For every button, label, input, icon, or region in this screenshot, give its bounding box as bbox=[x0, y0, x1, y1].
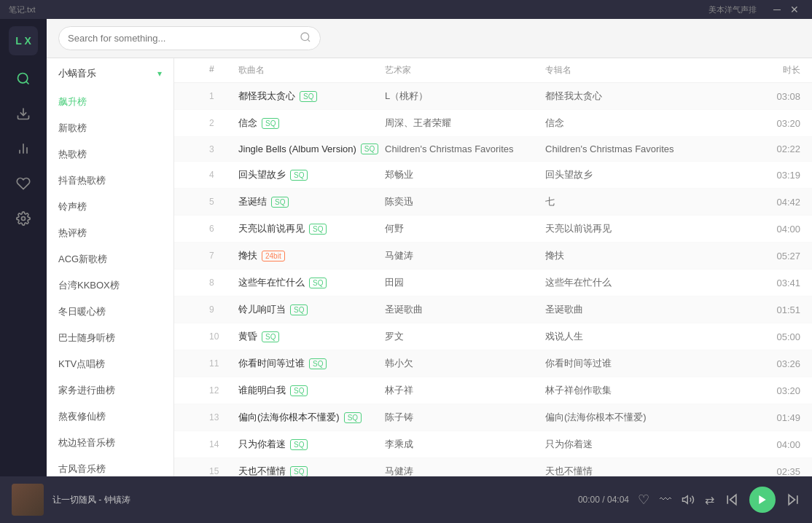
heart-button[interactable]: ♡ bbox=[638, 492, 649, 508]
table-row[interactable]: 3 Jingle Bells (Album Version) SQ Childr… bbox=[174, 137, 812, 162]
table-row[interactable]: 13 偏向(法海你根本不懂爱) SQ 陈子铸 偏向(法海你根本不懂爱) 01:4… bbox=[174, 404, 812, 431]
sidebar-item-rising[interactable]: 飙升榜 bbox=[47, 89, 173, 115]
col-header-checkbox bbox=[186, 64, 209, 76]
nav-chart-icon[interactable] bbox=[9, 134, 38, 163]
table-row[interactable]: 5 圣诞结 SQ 陈奕迅 七 04:42 bbox=[174, 189, 812, 216]
row-album: 只为你着迷 bbox=[545, 438, 749, 451]
play-button[interactable] bbox=[749, 487, 776, 513]
table-row[interactable]: 14 只为你着迷 SQ 李乘成 只为你着迷 04:00 bbox=[174, 431, 812, 458]
row-album: 都怪我太贪心 bbox=[545, 90, 749, 103]
sidebar-item-pillow[interactable]: 枕边轻音乐榜 bbox=[47, 430, 173, 456]
nav-heart-icon[interactable] bbox=[9, 169, 38, 198]
row-num: 11 bbox=[209, 358, 238, 369]
row-title: Jingle Bells (Album Version) SQ bbox=[238, 143, 385, 154]
table-row[interactable]: 2 信念 SQ 周深、王者荣耀 信念 03:20 bbox=[174, 110, 812, 137]
row-duration: 03:19 bbox=[749, 170, 800, 181]
sidebar-item-bus[interactable]: 巴士随身听榜 bbox=[47, 325, 173, 351]
table-row[interactable]: 9 铃儿响叮当 SQ 圣诞歌曲 圣诞歌曲 01:51 bbox=[174, 296, 812, 323]
row-album: 林子祥创作歌集 bbox=[545, 384, 749, 397]
row-title: 都怪我太贪心 SQ bbox=[238, 90, 385, 103]
row-num: 4 bbox=[209, 170, 238, 180]
row-num: 15 bbox=[209, 466, 238, 476]
nav-search-icon[interactable] bbox=[9, 64, 38, 93]
row-artist: 林子祥 bbox=[385, 384, 545, 397]
row-artist: 郑畅业 bbox=[385, 168, 545, 181]
title-bar-text: 笔记.txt bbox=[9, 4, 36, 15]
sidebar-item-ringtone[interactable]: 铃声榜 bbox=[47, 194, 173, 220]
row-title: 谁能明白我 SQ bbox=[238, 384, 385, 397]
sidebar-item-new[interactable]: 新歌榜 bbox=[47, 115, 173, 141]
sidebar-item-kkbox[interactable]: 台湾KKBOX榜 bbox=[47, 272, 173, 299]
search-box[interactable] bbox=[58, 26, 321, 50]
row-num: 1 bbox=[209, 91, 238, 101]
table-row[interactable]: 15 天也不懂情 SQ 马健涛 天也不懂情 02:35 bbox=[174, 458, 812, 476]
sidebar-item-hot[interactable]: 热歌榜 bbox=[47, 141, 173, 168]
row-duration: 03:20 bbox=[749, 385, 800, 396]
nav-settings-icon[interactable] bbox=[9, 204, 38, 233]
nav-section-arrow: ▾ bbox=[157, 68, 162, 79]
table-row[interactable]: 7 搀扶 24bit 马健涛 搀扶 05:27 bbox=[174, 243, 812, 270]
col-header-artist: 艺术家 bbox=[385, 64, 545, 76]
wave-button[interactable]: 〰 bbox=[660, 493, 671, 506]
prev-button[interactable] bbox=[725, 492, 739, 507]
table-row[interactable]: 4 回头望故乡 SQ 郑畅业 回头望故乡 03:19 bbox=[174, 162, 812, 189]
row-duration: 04:00 bbox=[749, 439, 800, 450]
sidebar-item-review[interactable]: 热评榜 bbox=[47, 220, 173, 246]
nav-download-icon[interactable] bbox=[9, 99, 38, 128]
search-icon[interactable] bbox=[300, 31, 311, 45]
sidebar-item-night[interactable]: 熬夜修仙榜 bbox=[47, 404, 173, 430]
row-duration: 01:49 bbox=[749, 412, 800, 423]
row-title: 回头望故乡 SQ bbox=[238, 168, 385, 181]
icon-sidebar: L X bbox=[0, 19, 47, 476]
volume-button[interactable] bbox=[682, 493, 695, 506]
row-artist: 周深、王者荣耀 bbox=[385, 117, 545, 130]
row-duration: 01:51 bbox=[749, 304, 800, 315]
table-row[interactable]: 12 谁能明白我 SQ 林子祥 林子祥创作歌集 03:20 bbox=[174, 377, 812, 404]
row-title: 搀扶 24bit bbox=[238, 249, 385, 262]
row-title: 信念 SQ bbox=[238, 117, 385, 130]
svg-point-6 bbox=[22, 217, 26, 221]
row-num: 2 bbox=[209, 118, 238, 128]
sidebar-item-acg[interactable]: ACG新歌榜 bbox=[47, 246, 173, 272]
next-button[interactable] bbox=[786, 492, 800, 507]
row-album: 七 bbox=[545, 195, 749, 208]
player-bar: 让一切随风 - 钟镇涛 00:00 / 04:04 ♡ 〰 ⇄ bbox=[0, 476, 812, 523]
nav-items-container: 飙升榜新歌榜热歌榜抖音热歌榜铃声榜热评榜ACG新歌榜台湾KKBOX榜冬日暖心榜巴… bbox=[47, 89, 173, 476]
table-row[interactable]: 11 你看时间等过谁 SQ 韩小欠 你看时间等过谁 03:26 bbox=[174, 350, 812, 377]
row-num: 12 bbox=[209, 385, 238, 396]
row-num: 7 bbox=[209, 251, 238, 261]
row-title: 这些年在忙什么 SQ bbox=[238, 276, 385, 289]
row-num: 13 bbox=[209, 412, 238, 422]
table-row[interactable]: 6 天亮以前说再见 SQ 何野 天亮以前说再见 04:00 bbox=[174, 216, 812, 243]
row-album: 圣诞歌曲 bbox=[545, 303, 749, 316]
row-title: 偏向(法海你根本不懂爱) SQ bbox=[238, 411, 385, 424]
table-row[interactable]: 1 都怪我太贪心 SQ L（桃籽） 都怪我太贪心 03:08 bbox=[174, 83, 812, 110]
col-header-album: 专辑名 bbox=[545, 64, 749, 76]
sidebar-item-ancient[interactable]: 古风音乐榜 bbox=[47, 456, 173, 476]
sidebar-item-housework[interactable]: 家务进行曲榜 bbox=[47, 377, 173, 404]
player-controls: ♡ 〰 ⇄ bbox=[638, 487, 800, 513]
sidebar-item-winter[interactable]: 冬日暖心榜 bbox=[47, 299, 173, 325]
table-row[interactable]: 8 这些年在忙什么 SQ 田园 这些年在忙什么 03:41 bbox=[174, 270, 812, 296]
svg-marker-10 bbox=[730, 495, 736, 504]
repeat-button[interactable]: ⇄ bbox=[705, 493, 714, 507]
row-title: 黄昏 SQ bbox=[238, 330, 385, 343]
row-artist: 何野 bbox=[385, 222, 545, 235]
col-header-num: # bbox=[209, 64, 238, 76]
row-artist: 陈奕迅 bbox=[385, 195, 545, 208]
logo-button[interactable]: L X bbox=[9, 26, 38, 55]
row-duration: 04:42 bbox=[749, 197, 800, 208]
row-duration: 03:20 bbox=[749, 118, 800, 129]
song-list-area[interactable]: # 歌曲名 艺术家 专辑名 时长 1 都怪我太贪心 SQ L（桃籽） 都怪我太贪… bbox=[174, 58, 812, 476]
table-row[interactable]: 10 黄昏 SQ 罗文 戏说人生 05:00 bbox=[174, 323, 812, 350]
search-input[interactable] bbox=[68, 33, 300, 44]
close-button[interactable]: ✕ bbox=[786, 1, 803, 18]
row-duration: 02:22 bbox=[749, 143, 800, 154]
minimize-button[interactable]: ─ bbox=[768, 1, 786, 18]
sidebar-item-ktv[interactable]: KTV点唱榜 bbox=[47, 351, 173, 377]
song-list-header: # 歌曲名 艺术家 专辑名 时长 bbox=[174, 58, 812, 83]
row-artist: 马健涛 bbox=[385, 465, 545, 476]
sidebar-item-douyin[interactable]: 抖音热歌榜 bbox=[47, 168, 173, 194]
nav-section-header[interactable]: 小蜗音乐 ▾ bbox=[47, 58, 173, 89]
row-duration: 03:41 bbox=[749, 278, 800, 288]
